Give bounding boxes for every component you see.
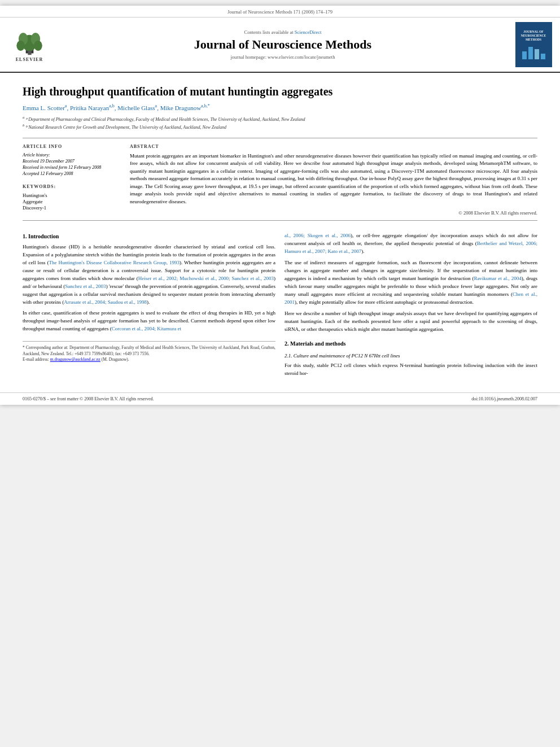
email-link[interactable]: m.dragunow@auckland.ac.nz [50,357,100,362]
ref-link-4[interactable]: Arrasate et al., 2004; Saudou et al., 19… [64,299,147,305]
meta-bar: Journal of Neuroscience Methods 171 (200… [0,6,560,18]
col-left: 1. Introduction Huntington's disease (HD… [23,232,275,381]
intro-para-1: Huntington's disease (HD) is a heritable… [23,243,275,307]
main-content: High throughput quantification of mutant… [0,73,560,387]
copyright-line: © 2008 Elsevier B.V. All rights reserved… [130,210,537,216]
email-label: E-mail address: [23,357,50,362]
homepage-label: journal homepage: www.elsevier.com/locat… [231,54,335,60]
col-right: al., 2006; Skogen et al., 2006), or cell… [285,232,537,381]
cover-bars [522,45,545,59]
footnote-corresponding: * Corresponding author at: Department of… [23,345,275,357]
bar-1 [522,51,527,59]
materials-heading: 2. Materials and methods [285,339,537,348]
affiliation-b: b ᵇ National Research Centre for Growth … [23,123,537,131]
keyword-3: Discovery-1 [23,205,119,211]
keyword-2: Aggregate [23,199,119,204]
ref-link-5[interactable]: Corcoran et al., 2004; Kitamura et [112,326,181,331]
bar-2 [528,47,533,59]
ref-link-8[interactable]: Ravikumar et al., 2004 [474,276,521,281]
ref-link-9[interactable]: Chen et al., 2001 [285,291,537,305]
cover-title: JOURNAL OFNEUROSCIENCEMETHODS [521,30,546,42]
article-info: ARTICLE INFO Article history: Received 1… [23,144,119,216]
ref-link-6[interactable]: al., 2006; Skogen et al., 2006 [285,233,351,238]
elsevier-tree-icon [14,28,45,56]
revised-date: Received in revised form 12 February 200… [23,165,119,170]
ref-link-1[interactable]: The Huntington's Disease Collaborative R… [49,260,180,265]
ref-link-3[interactable]: Sanchez et al., 2003 [65,283,106,289]
received-date: Received 19 December 2007 [23,159,119,164]
page: Journal of Neuroscience Methods 171 (200… [0,6,560,405]
svg-rect-6 [28,50,31,54]
bar-4 [541,54,545,59]
abstract-text: Mutant protein aggregates are an importa… [130,152,537,206]
divider-2 [23,220,537,221]
two-column-body: 1. Introduction Huntington's disease (HD… [23,230,537,381]
affiliation-a: a ᵃ Department of Pharmacology and Clini… [23,115,537,123]
abstract-title: ABSTRACT [130,144,537,149]
footnote-email: E-mail address: m.dragunow@auckland.ac.n… [23,357,275,363]
ref-link-7[interactable]: Berthelier and Wetzel, 2006; Hamuro et a… [285,241,537,254]
journal-title-center: Contents lists available at ScienceDirec… [58,22,508,67]
right-para-2: The use of indirect measures of aggregat… [285,259,537,307]
article-info-title: ARTICLE INFO [23,144,119,149]
authors-line: Emma L. Scottera, Pritika Narayana,b, Mi… [23,103,537,111]
contents-line: Contents lists available at ScienceDirec… [244,29,322,35]
intro-heading: 1. Introduction [23,232,275,241]
svg-point-4 [16,40,25,50]
accepted-date: Accepted 12 February 2008 [23,171,119,176]
bar-3 [535,49,539,59]
journal-cover: JOURNAL OFNEUROSCIENCEMETHODS [514,22,553,67]
article-history: Article history: Received 19 December 20… [23,152,119,176]
svg-point-5 [34,40,42,50]
meta-journal-info: Journal of Neuroscience Methods 171 (200… [228,9,333,15]
article-title: High throughput quantification of mutant… [23,84,537,99]
culture-heading: 2.1. Culture and maintenance of PC12 N 6… [285,352,537,360]
footnote-area: * Corresponding author at: Department of… [23,341,275,363]
doi-text: doi:10.1016/j.jneumeth.2008.02.007 [471,396,537,401]
affiliations: a ᵃ Department of Pharmacology and Clini… [23,115,537,131]
contents-text: Contents lists available at [244,29,295,35]
right-intro-cont: al., 2006; Skogen et al., 2006), or cell… [285,232,537,256]
article-body: ARTICLE INFO Article history: Received 1… [23,144,537,216]
divider [23,138,537,138]
journal-name: Journal of Neuroscience Methods [194,37,371,52]
email-name: (M. Dragunow). [102,357,129,362]
keyword-1: Huntington's [23,193,119,198]
abstract-section: ABSTRACT Mutant protein aggregates are a… [130,144,537,216]
cover-image: JOURNAL OFNEUROSCIENCEMETHODS [515,22,552,67]
journal-homepage: journal homepage: www.elsevier.com/locat… [231,54,335,60]
elsevier-logo: ELSEVIER [7,22,52,67]
bottom-bar: 0165-0270/$ – see front matter © 2008 El… [0,392,560,405]
journal-header: ELSEVIER Contents lists available at Sci… [0,18,560,73]
issn-text: 0165-0270/$ – see front matter © 2008 El… [23,396,154,401]
keywords-title: Keywords: [23,184,119,189]
keywords-section: Keywords: Huntington's Aggregate Discove… [23,184,119,211]
history-label: Article history: [23,152,119,158]
elsevier-text: ELSEVIER [16,57,43,62]
sciencedirect-link[interactable]: ScienceDirect [295,29,322,35]
right-para-3: Here we describe a number of high throug… [285,310,537,334]
ref-link-2[interactable]: Heiser et al., 2002; Muchowski et al., 2… [138,276,274,281]
authors-text: Emma L. Scottera, Pritika Narayana,b, Mi… [23,104,210,111]
culture-para: For this study, stable PC12 cell clones … [285,362,537,378]
intro-para-2: In either case, quantification of these … [23,309,275,333]
